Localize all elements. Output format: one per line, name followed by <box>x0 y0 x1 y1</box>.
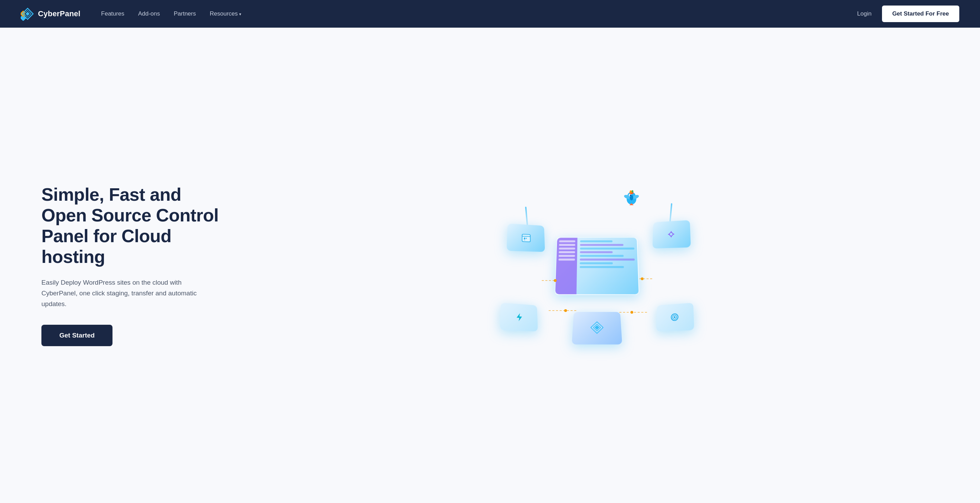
chevron-down-icon: ▾ <box>239 12 241 17</box>
hero-illustration <box>235 176 959 355</box>
cyberpanel-logo-icon <box>21 7 35 21</box>
hero-title: Simple, Fast and Open Source Control Pan… <box>41 184 221 267</box>
tile-topleft <box>507 224 545 252</box>
connector-dot-2 <box>641 278 644 280</box>
tile-bottomright <box>656 303 694 331</box>
connector-dot-4 <box>630 311 633 314</box>
tile-topright <box>652 220 691 248</box>
svg-rect-19 <box>524 238 525 239</box>
swirl-icon <box>669 311 680 323</box>
login-link[interactable]: Login <box>857 10 872 17</box>
connector-line-3 <box>549 310 576 311</box>
svg-rect-20 <box>525 238 527 239</box>
nav-right: Login Get Started For Free <box>857 6 959 22</box>
illustration-container <box>497 179 697 352</box>
tile-center-dashboard <box>555 237 640 295</box>
get-started-button[interactable]: Get Started For Free <box>882 6 959 22</box>
svg-point-15 <box>630 190 632 193</box>
connector-line-4 <box>619 312 647 313</box>
hero-section: Simple, Fast and Open Source Control Pan… <box>0 28 980 503</box>
nav-resources[interactable]: Resources ▾ <box>210 10 241 17</box>
connector-dot-3 <box>564 309 567 312</box>
tile-bottomleft <box>500 303 538 331</box>
nav-addons[interactable]: Add-ons <box>138 10 160 17</box>
hero-cta-button[interactable]: Get Started <box>41 325 113 346</box>
nav-features[interactable]: Features <box>101 10 124 17</box>
logo-text: CyberPanel <box>38 9 80 18</box>
svg-point-29 <box>674 316 676 318</box>
nav-links: Features Add-ons Partners Resources ▾ <box>101 10 857 17</box>
navbar: CyberPanel Features Add-ons Partners Res… <box>0 0 980 28</box>
svg-point-12 <box>630 195 633 200</box>
svg-point-22 <box>670 233 673 236</box>
svg-marker-26 <box>517 313 522 321</box>
calendar-icon <box>521 232 532 243</box>
bird-icon <box>621 186 642 207</box>
logo-link[interactable]: CyberPanel <box>21 7 80 21</box>
svg-rect-21 <box>524 240 525 240</box>
lightning-bolt-icon <box>514 311 525 323</box>
connector-dot-1 <box>554 279 557 282</box>
tile-bottom-center <box>572 312 622 345</box>
nav-partners[interactable]: Partners <box>173 10 196 17</box>
hero-content: Simple, Fast and Open Source Control Pan… <box>41 184 221 346</box>
svg-point-16 <box>632 190 633 193</box>
dashboard-content <box>577 238 639 294</box>
gear-icon <box>666 229 677 240</box>
dashboard-sidebar <box>555 238 577 294</box>
lightning-icon <box>589 321 605 335</box>
hero-subtitle: Easily Deploy WordPress sites on the clo… <box>41 277 200 310</box>
